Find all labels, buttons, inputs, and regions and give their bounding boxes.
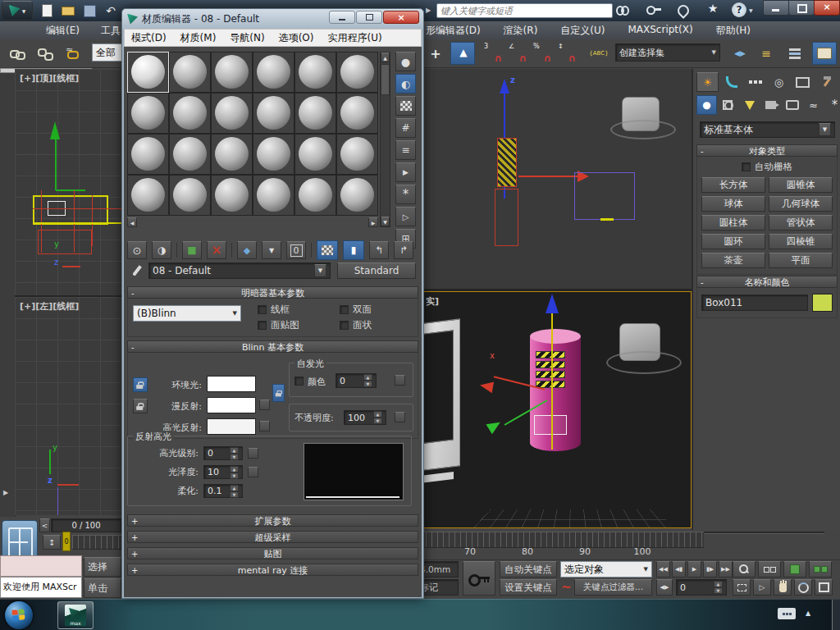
reset-material-button[interactable]: ×: [207, 241, 226, 259]
show-map-in-viewport-button[interactable]: [317, 240, 338, 260]
mirror-button[interactable]: ◀▶: [728, 43, 751, 64]
subtab-cameras[interactable]: [760, 95, 781, 115]
tab-modify[interactable]: [720, 72, 742, 92]
key-mode-toggle-button[interactable]: ◀▶: [656, 579, 673, 596]
zoom-button[interactable]: [733, 561, 756, 578]
search-button[interactable]: [614, 4, 632, 17]
checkbox[interactable]: [340, 321, 349, 330]
viewport-persp-label[interactable]: 实]: [426, 295, 439, 308]
layer-manager-button[interactable]: [783, 43, 807, 64]
select-and-link-button[interactable]: [5, 42, 28, 64]
show-desktop-button[interactable]: [832, 600, 840, 630]
tab-motion[interactable]: ◎: [768, 72, 790, 92]
map-lock-button[interactable]: [272, 384, 285, 402]
material-sample-slot[interactable]: [211, 134, 253, 175]
material-sample-slot[interactable]: [169, 134, 211, 175]
name-color-header[interactable]: - 名称和颜色: [696, 276, 838, 288]
taskbar-app-3dsmax[interactable]: max: [57, 601, 94, 629]
shader-type-dropdown[interactable]: (B)Blinn ▼: [133, 305, 241, 322]
material-sample-slot[interactable]: [211, 175, 253, 216]
playback-button[interactable]: ▶▶: [719, 561, 733, 578]
param-value-field[interactable]: 0 ▲▼: [203, 446, 243, 460]
graphite-ribbon-toggle-button[interactable]: [812, 42, 837, 65]
selfillum-map-button[interactable]: [395, 375, 405, 386]
object-type-button[interactable]: 圆柱体: [701, 215, 765, 231]
object-type-button[interactable]: 圆环: [701, 234, 765, 249]
samples-scroll-right-button[interactable]: ▶: [368, 217, 378, 227]
subtab-helpers[interactable]: [782, 95, 802, 115]
selfillum-color-checkbox[interactable]: [294, 377, 304, 386]
maximize-viewport-button[interactable]: [815, 579, 833, 596]
playback-button[interactable]: ◀◀: [656, 561, 670, 578]
assign-material-button[interactable]: ■: [182, 241, 202, 259]
gizmo-y-arrowhead[interactable]: [486, 418, 504, 434]
param-value-field[interactable]: 0.1 ▲▼: [203, 484, 243, 498]
orbit-button[interactable]: [794, 579, 812, 596]
playback-button[interactable]: ▮▶: [703, 561, 717, 578]
video-color-check-button[interactable]: ≡: [395, 140, 416, 160]
snap-toggle-button[interactable]: ↕ ∩: [556, 43, 578, 64]
expand-panel-icon[interactable]: ▶: [3, 489, 8, 496]
time-slider[interactable]: 0 / 100: [51, 518, 121, 532]
me-menu-item[interactable]: 实用程序(U): [327, 31, 381, 45]
bind-to-spacewarp-button[interactable]: ≈: [61, 42, 84, 64]
favorites-button[interactable]: ★: [704, 2, 722, 18]
menu-item[interactable]: 帮助(H): [716, 24, 751, 38]
selfillum-value-field[interactable]: 0 ▲▼: [336, 373, 377, 388]
select-object-button[interactable]: ▶: [450, 42, 475, 65]
snap-toggle-button[interactable]: % ∩: [532, 43, 553, 64]
put-to-library-button[interactable]: ▼: [262, 241, 281, 259]
subtab-spacewarps[interactable]: ≈: [803, 95, 824, 115]
material-sample-slot[interactable]: [211, 93, 253, 134]
material-sample-slot[interactable]: [253, 175, 294, 216]
zoom-extents-all-button[interactable]: [809, 561, 832, 578]
background-button[interactable]: [395, 96, 416, 116]
frame-spinner[interactable]: ▲▼: [714, 581, 723, 594]
select-and-move-button[interactable]: +: [425, 43, 446, 64]
subtab-systems[interactable]: *: [824, 95, 840, 115]
material-sample-slot[interactable]: [336, 175, 378, 216]
material-sample-slot[interactable]: [169, 52, 211, 93]
object-type-button[interactable]: 球体: [701, 196, 765, 212]
shader-rollout-header[interactable]: - 明暗器基本参数: [127, 286, 418, 299]
edit-named-selection-button[interactable]: {ABC}: [587, 43, 610, 64]
material-sample-slot[interactable]: [169, 93, 211, 134]
fov-button[interactable]: ▷: [753, 579, 771, 596]
collapsed-rollout-header[interactable]: + 超级采样: [127, 531, 418, 543]
window-minimize-button[interactable]: [763, 0, 789, 16]
make-preview-button[interactable]: ▶: [395, 162, 416, 182]
me-menu-item[interactable]: 模式(D): [131, 31, 167, 45]
window-close-button[interactable]: ×: [814, 0, 840, 16]
object-type-button[interactable]: 长方体: [701, 177, 765, 193]
primitive-category-dropdown[interactable]: 标准基本体 ▼: [700, 121, 835, 138]
zoom-region-button[interactable]: [733, 579, 751, 596]
show-end-result-button[interactable]: ▮: [343, 240, 364, 260]
me-minimize-button[interactable]: [329, 11, 355, 24]
me-close-button[interactable]: ×: [383, 11, 419, 24]
param-spinner[interactable]: ▲▼: [230, 466, 239, 479]
align-button[interactable]: ≡: [755, 43, 778, 64]
application-menu-button[interactable]: ▼: [2, 1, 33, 21]
checkbox[interactable]: [340, 305, 349, 314]
object-type-header[interactable]: - 对象类型: [696, 144, 838, 157]
scroll-down-button[interactable]: ▼: [381, 217, 390, 226]
object-type-button[interactable]: 平面: [769, 253, 833, 268]
snap-toggle-button[interactable]: ∠ ∩: [507, 43, 528, 64]
snap-toggle-button[interactable]: 3 ∩: [482, 43, 504, 64]
object-type-button[interactable]: 管状体: [769, 215, 833, 231]
language-keyboard-icon[interactable]: [778, 608, 796, 619]
maxscript-listener[interactable]: 欢迎使用 MAXScr: [0, 577, 82, 598]
menu-item[interactable]: 工具: [101, 24, 121, 38]
object-type-button[interactable]: 四棱锥: [769, 234, 833, 249]
object-type-button[interactable]: 茶壶: [701, 253, 765, 268]
zoom-all-button[interactable]: [758, 561, 781, 578]
auto-key-button[interactable]: 自动关键点: [500, 561, 557, 578]
menu-item[interactable]: 渲染(R): [504, 24, 538, 38]
material-name-dropdown[interactable]: 08 - Default ▼: [148, 262, 331, 279]
material-sample-slot[interactable]: [127, 93, 169, 134]
samples-scroll-left-button[interactable]: ◀: [127, 217, 137, 227]
menu-item[interactable]: 编辑(E): [46, 24, 80, 38]
me-menu-item[interactable]: 导航(N): [230, 31, 264, 45]
start-button[interactable]: [5, 601, 33, 629]
blinn-rollout-header[interactable]: - Blinn 基本参数: [127, 340, 418, 353]
